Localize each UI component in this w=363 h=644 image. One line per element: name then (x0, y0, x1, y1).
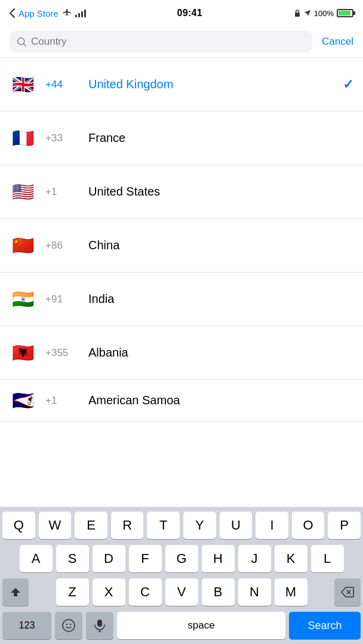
flag-icon: 🇺🇸 (10, 179, 36, 205)
svg-rect-8 (97, 620, 102, 627)
list-item[interactable]: 🇦🇱 +355 Albania (0, 326, 363, 380)
flag-icon: 🇦🇸 (10, 388, 36, 414)
status-right: 100% (294, 9, 353, 18)
list-item[interactable]: 🇨🇳 +86 China (0, 219, 363, 273)
key-j[interactable]: J (238, 545, 271, 572)
space-key[interactable]: space (117, 612, 285, 639)
key-g[interactable]: G (165, 545, 198, 572)
back-icon (10, 8, 15, 18)
app-store-label: App Store (19, 8, 59, 18)
search-key[interactable]: Search (289, 612, 361, 639)
svg-point-6 (66, 624, 67, 625)
country-search-input[interactable] (31, 36, 305, 48)
keyboard: QWERTYUIOP ASDFGHJKL ZXCVBNM 123 (0, 507, 363, 644)
key-h[interactable]: H (202, 545, 235, 572)
status-left: App Store (10, 8, 86, 18)
country-name: Albania (88, 346, 353, 360)
country-name: India (88, 292, 353, 306)
key-x[interactable]: X (93, 578, 125, 606)
key-z[interactable]: Z (56, 578, 89, 606)
country-code: +86 (45, 240, 79, 252)
key-q[interactable]: Q (2, 512, 35, 539)
country-name: France (88, 131, 353, 145)
key-n[interactable]: N (238, 578, 271, 606)
key-i[interactable]: I (256, 512, 288, 539)
svg-point-7 (70, 624, 71, 625)
keyboard-row-2: ASDFGHJKL (0, 545, 363, 572)
key-k[interactable]: K (275, 545, 307, 572)
list-item[interactable]: 🇮🇳 +91 India (0, 273, 363, 326)
key-r[interactable]: R (111, 512, 144, 539)
country-list: 🇬🇧 +44 United Kingdom ✓ 🇫🇷 +33 France 🇺🇸… (0, 58, 363, 422)
number-key[interactable]: 123 (2, 612, 51, 639)
location-icon (304, 9, 311, 17)
keyboard-bottom-row: 123 space Search (0, 612, 363, 644)
keyboard-row-1: QWERTYUIOP (0, 512, 363, 539)
battery-icon (337, 9, 353, 17)
search-bar: Cancel (0, 26, 363, 58)
lock-icon (294, 9, 301, 17)
list-item[interactable]: 🇫🇷 +33 France (0, 112, 363, 165)
status-bar: App Store 09:41 100% (0, 0, 363, 26)
country-code: +1 (45, 395, 79, 407)
delete-key[interactable] (334, 578, 361, 606)
cancel-button[interactable]: Cancel (317, 33, 353, 50)
key-y[interactable]: Y (183, 512, 216, 539)
flag-icon: 🇮🇳 (10, 286, 36, 312)
list-item[interactable]: 🇦🇸 +1 American Samoa (0, 380, 363, 422)
svg-rect-0 (295, 13, 300, 17)
key-o[interactable]: O (292, 512, 325, 539)
signal-bars (75, 9, 86, 17)
country-name: China (88, 239, 353, 252)
key-m[interactable]: M (275, 578, 307, 606)
key-e[interactable]: E (75, 512, 107, 539)
airplane-icon (62, 9, 72, 17)
shift-key[interactable] (2, 578, 29, 606)
list-item[interactable]: 🇬🇧 +44 United Kingdom ✓ (0, 58, 363, 112)
country-code: +33 (45, 132, 79, 144)
keyboard-row-3: ZXCVBNM (0, 578, 363, 606)
mic-key[interactable] (86, 612, 113, 639)
search-icon (17, 37, 26, 47)
key-t[interactable]: T (147, 512, 180, 539)
country-code: +1 (45, 186, 79, 198)
country-name: American Samoa (88, 394, 353, 407)
checkmark-icon: ✓ (343, 77, 353, 92)
key-p[interactable]: P (328, 512, 361, 539)
key-v[interactable]: V (165, 578, 198, 606)
search-input-wrap[interactable] (10, 31, 312, 52)
svg-point-5 (63, 620, 75, 631)
emoji-key[interactable] (55, 612, 82, 639)
country-name: United Kingdom (88, 78, 333, 91)
key-s[interactable]: S (56, 545, 89, 572)
list-item[interactable]: 🇺🇸 +1 United States (0, 165, 363, 219)
key-c[interactable]: C (129, 578, 162, 606)
status-time: 09:41 (177, 8, 202, 18)
battery-percent: 100% (314, 9, 334, 18)
key-f[interactable]: F (129, 545, 162, 572)
flag-icon: 🇦🇱 (10, 340, 36, 366)
key-l[interactable]: L (311, 545, 344, 572)
key-w[interactable]: W (39, 512, 72, 539)
country-code: +44 (45, 79, 79, 91)
flag-icon: 🇫🇷 (10, 125, 36, 151)
country-code: +91 (45, 293, 79, 305)
key-u[interactable]: U (220, 512, 253, 539)
key-b[interactable]: B (202, 578, 235, 606)
country-code: +355 (45, 347, 79, 359)
svg-line-2 (23, 44, 26, 46)
country-name: United States (88, 185, 353, 199)
flag-icon: 🇨🇳 (10, 233, 36, 259)
flag-icon: 🇬🇧 (10, 72, 36, 98)
key-a[interactable]: A (20, 545, 53, 572)
key-d[interactable]: D (93, 545, 125, 572)
